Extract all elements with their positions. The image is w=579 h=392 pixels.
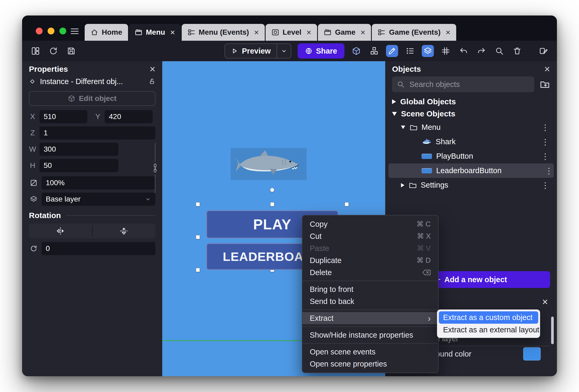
scrollbar[interactable] (551, 317, 554, 344)
tab-menu[interactable]: Menu × (129, 24, 181, 41)
cube-3d-icon[interactable] (350, 45, 362, 57)
selection-handle-bottom-left[interactable] (196, 268, 200, 272)
tab-label: Menu (146, 28, 165, 37)
chevron-down-icon (401, 126, 405, 129)
undo-icon[interactable] (458, 45, 470, 57)
save-icon[interactable] (65, 45, 77, 57)
chevron-right-icon (401, 183, 404, 187)
menu-item-extract[interactable]: Extract (302, 312, 438, 324)
add-folder-icon[interactable] (540, 79, 550, 90)
scene-icon (135, 28, 143, 36)
search-objects-input[interactable] (409, 80, 530, 89)
menu-separator (302, 281, 438, 281)
search-icon (397, 80, 405, 88)
chevron-down-icon (145, 196, 151, 202)
menu-item-copy[interactable]: Copy ⌘ C (302, 218, 438, 230)
tab-game-events[interactable]: Game (Events) × (372, 24, 456, 41)
shark-image (233, 150, 304, 178)
rotation-field[interactable]: 0 (42, 242, 155, 255)
instance-label: Instance - Different obj... (40, 77, 123, 86)
submenu-item-extract-external-layout[interactable]: Extract as an external layout (439, 324, 538, 336)
submenu-item-extract-custom-object[interactable]: Extract as a custom object (439, 311, 538, 324)
menu-item-delete[interactable]: Delete (302, 266, 438, 278)
tab-menu-events[interactable]: Menu (Events) × (182, 24, 265, 41)
x-field[interactable]: 510 (39, 110, 87, 123)
edit-object-button[interactable]: Edit object (29, 91, 155, 106)
lock-aspect-ratio-toggle[interactable] (152, 143, 159, 193)
opacity-field[interactable]: 100% (42, 176, 155, 189)
flip-horizontal-button[interactable] (29, 224, 92, 238)
menu-separator (302, 343, 438, 344)
tree-object-playbutton[interactable]: PlayButton (392, 149, 550, 163)
preview-button[interactable]: Preview (225, 44, 277, 58)
editor-toolbar-icons (350, 45, 550, 57)
global-objects-section[interactable]: Global Objects (392, 96, 550, 107)
edit-properties-icon[interactable] (537, 45, 550, 57)
kebab-menu-icon[interactable] (541, 180, 549, 190)
tree-object-leaderboardbutton[interactable]: LeaderboardButton (388, 163, 554, 178)
tab-label: Home (102, 28, 122, 37)
objects-cubes-icon[interactable] (368, 45, 380, 57)
width-field[interactable]: 300 (39, 143, 118, 156)
close-tab-icon[interactable]: × (446, 28, 451, 37)
zoom-icon[interactable] (493, 45, 505, 57)
menu-item-open-scene-properties[interactable]: Open scene properties (302, 358, 438, 370)
kebab-menu-icon[interactable] (541, 122, 549, 132)
redo-icon[interactable] (475, 45, 487, 57)
height-field[interactable]: 50 (39, 159, 118, 172)
close-tab-icon[interactable]: × (360, 28, 365, 37)
x-label: X (29, 112, 36, 121)
layers-icon[interactable] (422, 45, 434, 57)
scene-objects-section[interactable]: Scene Objects (392, 108, 550, 120)
layer-select[interactable]: Base layer (42, 193, 155, 206)
tree-folder-menu[interactable]: Menu (392, 120, 550, 135)
instances-list-icon[interactable] (404, 45, 416, 57)
selection-handle-middle-left[interactable] (196, 235, 200, 239)
selection-handle-top-right[interactable] (345, 202, 349, 206)
tab-game[interactable]: Game × (318, 24, 371, 41)
close-tab-icon[interactable]: × (254, 28, 259, 37)
close-icon[interactable] (542, 297, 548, 307)
menu-item-bring-to-front[interactable]: Bring to front (302, 283, 438, 295)
tree-object-shark[interactable]: Shark (392, 135, 550, 149)
tab-home[interactable]: Home (85, 24, 128, 41)
menu-item-send-to-back[interactable]: Send to back (302, 295, 438, 307)
grid-icon[interactable] (440, 45, 452, 57)
flip-vertical-button[interactable] (93, 224, 156, 238)
lock-icon[interactable] (149, 78, 155, 85)
menu-item-cut[interactable]: Cut ⌘ X (302, 230, 438, 242)
close-icon[interactable] (150, 64, 155, 74)
rotation-handle[interactable] (270, 188, 274, 192)
minimize-window-button[interactable] (48, 28, 54, 34)
close-window-button[interactable] (36, 28, 43, 34)
level-icon (271, 28, 279, 36)
history-icon[interactable] (47, 45, 59, 57)
selection-handle-top-center[interactable] (270, 202, 274, 206)
search-box[interactable] (392, 76, 534, 92)
kebab-menu-icon[interactable] (541, 137, 549, 147)
menu-item-paste: Paste ⌘ V (302, 242, 438, 254)
hamburger-menu-icon[interactable] (69, 27, 80, 36)
close-icon[interactable] (544, 64, 550, 74)
kebab-menu-icon[interactable] (545, 166, 553, 176)
kebab-menu-icon[interactable] (541, 151, 549, 161)
shark-sprite[interactable] (231, 148, 307, 180)
panels-icon[interactable] (29, 45, 42, 57)
tree-folder-settings[interactable]: Settings (392, 178, 550, 192)
share-button[interactable]: Share (298, 43, 345, 59)
preview-options-button[interactable] (277, 44, 291, 58)
maximize-window-button[interactable] (59, 28, 66, 34)
menu-item-show-hide-instance-properties[interactable]: Show/Hide instance properties (302, 329, 438, 341)
background-color-swatch[interactable] (523, 347, 541, 360)
close-tab-icon[interactable]: × (306, 28, 311, 37)
shark-icon (421, 138, 433, 146)
trash-icon[interactable] (511, 45, 523, 57)
menu-item-duplicate[interactable]: Duplicate ⌘ D (302, 254, 438, 266)
close-tab-icon[interactable]: × (170, 28, 175, 37)
tab-level[interactable]: Level × (266, 24, 317, 41)
selection-handle-top-left[interactable] (196, 202, 200, 206)
pencil-icon[interactable] (386, 45, 398, 57)
menu-item-open-scene-events[interactable]: Open scene events (302, 346, 438, 358)
z-field[interactable]: 1 (39, 126, 155, 140)
y-field[interactable]: 420 (105, 110, 153, 123)
